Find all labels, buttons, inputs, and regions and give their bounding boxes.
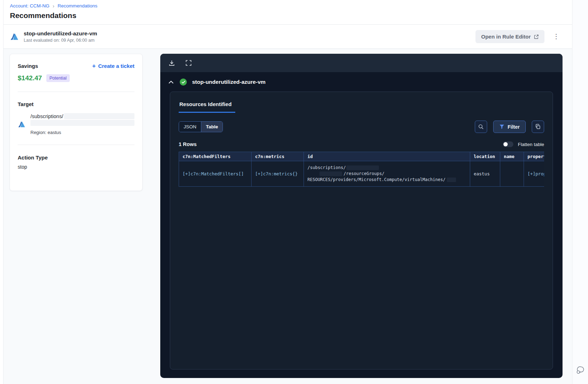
right-rail: [572, 0, 588, 384]
tab-resources-identified[interactable]: Resources Identified: [179, 100, 235, 113]
collapse-button[interactable]: [168, 80, 174, 85]
resources-table-wrap: c7n:MatchedFilters c7n:metrics id locati…: [179, 152, 544, 187]
copy-button[interactable]: [532, 121, 544, 133]
resources-table: c7n:MatchedFilters c7n:metrics id locati…: [179, 152, 544, 187]
rule-title: stop-underutilized-azure-vm: [192, 79, 266, 85]
viewer-toolbar-bar: [160, 54, 563, 72]
column-header-metrics[interactable]: c7n:metrics: [252, 152, 304, 161]
savings-card: Savings + Create a ticket $142.47 Potent…: [10, 54, 143, 191]
cell-id[interactable]: /subscriptions/ /resourceGroups/ RESOURC…: [304, 161, 470, 187]
recommendation-last-evaluated: Last evaluated on: 09 Apr, 06:00 am: [24, 38, 97, 43]
create-ticket-label: Create a ticket: [98, 63, 134, 69]
chat-bubbles-icon: [576, 366, 585, 375]
recommendation-header: stop-underutilized-azure-vm Last evaluat…: [4, 25, 572, 49]
card-divider: [18, 145, 134, 145]
plus-icon: +: [92, 63, 96, 69]
filter-button[interactable]: Filter: [493, 121, 526, 133]
recommendation-info: stop-underutilized-azure-vm Last evaluat…: [24, 30, 97, 43]
flatten-table-label: Flatten table: [518, 142, 544, 147]
success-check-icon: [180, 78, 187, 86]
view-controls-row: JSON Table: [179, 121, 544, 133]
column-header-location[interactable]: location: [470, 152, 500, 161]
chevron-up-icon: [168, 80, 174, 84]
id-line2-text: /resourceGroups/: [344, 171, 385, 176]
card-divider: [18, 92, 134, 92]
table-view-button[interactable]: Table: [201, 122, 223, 132]
flatten-table-toggle[interactable]: [503, 141, 513, 147]
potential-badge: Potential: [46, 74, 70, 82]
column-header-matched-filters[interactable]: c7n:MatchedFilters: [179, 152, 252, 161]
redacted-id-segment: [319, 171, 342, 176]
cell-location[interactable]: eastus: [470, 161, 500, 187]
resources-identified-box: Resources Identified JSON Table: [170, 92, 553, 370]
page-header: Account: CCM-NG › Recommendations Recomm…: [4, 0, 572, 25]
filter-icon: [499, 124, 505, 129]
cell-name[interactable]: [500, 161, 524, 187]
rows-info-row: 1 Rows Flatten table: [179, 141, 544, 147]
main-column: Account: CCM-NG › Recommendations Recomm…: [4, 0, 572, 384]
azure-icon: [18, 121, 25, 128]
content-area: Savings + Create a ticket $142.47 Potent…: [4, 49, 572, 384]
table-header-row: c7n:MatchedFilters c7n:metrics id locati…: [179, 152, 544, 161]
column-header-name[interactable]: name: [500, 152, 524, 161]
chat-help-button[interactable]: [576, 366, 585, 375]
rule-title-row: stop-underutilized-azure-vm: [160, 72, 563, 86]
download-icon: [168, 60, 175, 66]
azure-icon: [10, 33, 19, 40]
open-rule-editor-button[interactable]: Open in Rule Editor: [475, 30, 544, 43]
redacted-id-segment: [346, 165, 379, 170]
external-link-icon: [534, 34, 539, 39]
filter-label: Filter: [508, 124, 520, 130]
copy-icon: [535, 124, 541, 130]
cell-matched-filters[interactable]: [+]c7n:MatchedFilters[]: [179, 161, 252, 187]
download-button[interactable]: [165, 56, 179, 70]
target-path: /subscriptions/: [30, 114, 63, 119]
redacted-id-segment: [447, 178, 456, 182]
create-ticket-button[interactable]: + Create a ticket: [92, 63, 135, 69]
breadcrumb-recommendations-link[interactable]: Recommendations: [58, 3, 98, 8]
action-type-label: Action Type: [18, 155, 134, 161]
redacted-subscription-id: [64, 113, 134, 119]
kebab-icon: ⋮: [553, 33, 559, 40]
open-rule-editor-label: Open in Rule Editor: [481, 34, 531, 40]
recommendation-name: stop-underutilized-azure-vm: [24, 30, 97, 37]
search-icon: [478, 124, 484, 130]
cell-properties[interactable]: [+]prop: [524, 161, 544, 187]
action-type-value: stop: [18, 164, 134, 170]
resource-viewer-panel: stop-underutilized-azure-vm Resources Id…: [160, 54, 563, 378]
fullscreen-icon: [185, 60, 192, 66]
kebab-menu-button[interactable]: ⋮: [549, 33, 563, 40]
chevron-right-icon: ›: [53, 3, 54, 8]
target-detail: /subscriptions/ Region: eastus: [30, 113, 134, 135]
breadcrumb: Account: CCM-NG › Recommendations: [10, 3, 562, 8]
column-header-id[interactable]: id: [304, 152, 470, 161]
json-view-button[interactable]: JSON: [179, 122, 201, 132]
table-row: [+]c7n:MatchedFilters[] [+]c7n:metrics{}…: [179, 161, 544, 187]
redacted-subscription-id: [30, 120, 134, 126]
target-region: Region: eastus: [30, 130, 134, 135]
breadcrumb-account-link[interactable]: Account: CCM-NG: [10, 3, 50, 8]
page-title: Recommendations: [10, 11, 562, 20]
savings-amount: $142.47: [18, 74, 42, 82]
id-line3: RESOURCES/providers/Microsoft.Compute/vi…: [307, 177, 445, 182]
savings-label: Savings: [18, 63, 38, 69]
column-header-properties[interactable]: propert: [524, 152, 544, 161]
target-label: Target: [18, 101, 134, 107]
cell-metrics[interactable]: [+]c7n:metrics{}: [252, 161, 304, 187]
id-line1: /subscriptions/: [307, 165, 346, 170]
fullscreen-button[interactable]: [181, 56, 196, 70]
view-toggle: JSON Table: [179, 121, 223, 132]
rows-count: 1 Rows: [179, 141, 197, 147]
search-button[interactable]: [475, 121, 487, 133]
page-left-edge: [0, 0, 4, 384]
